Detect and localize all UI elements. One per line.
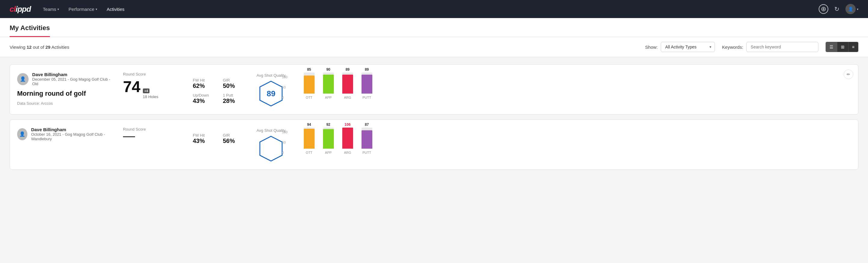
- gir-label: GIR: [223, 78, 247, 83]
- round-score-label: Round Score: [123, 72, 183, 77]
- bar-putt-bg: [362, 127, 372, 149]
- bar-putt-label: PUTT: [363, 151, 371, 154]
- round-score-row: 74 +4 18 Holes: [123, 79, 183, 99]
- list-detailed-button[interactable]: ≡: [848, 42, 858, 52]
- score-value: 74: [123, 79, 141, 94]
- bar-ott-value: 85: [307, 67, 311, 71]
- bar-putt-fill: [362, 130, 372, 149]
- logo[interactable]: clippd: [10, 4, 31, 14]
- updown-label: Up/Down: [193, 93, 217, 97]
- user-info: Dave Billingham October 16, 2021 - Gog M…: [31, 127, 114, 141]
- bar-ott-bg: [304, 127, 315, 149]
- y-axis: 100 50 0: [282, 75, 287, 99]
- activity-card: 👤 Dave Billingham October 16, 2021 - Gog…: [10, 119, 858, 170]
- oneputt-value: 28%: [223, 97, 247, 105]
- activity-type-select[interactable]: All Activity Types Round Practice: [661, 42, 715, 52]
- add-icon[interactable]: ⊕: [819, 4, 828, 14]
- avatar: 👤: [845, 4, 856, 14]
- avg-quality-label: Avg Shot Quality: [256, 128, 286, 133]
- round-score-label: Round Score: [123, 127, 183, 132]
- svg-marker-1: [260, 136, 282, 161]
- user-menu[interactable]: 👤 ▾: [845, 4, 858, 14]
- gir-value: 50%: [223, 83, 247, 89]
- score-placeholder: [123, 136, 135, 137]
- bar-chart-area: 100 50 0 85 OTT: [293, 75, 851, 105]
- user-date: October 16, 2021 - Gog Magog Golf Club -…: [31, 132, 114, 141]
- bar-arg-fill: [342, 127, 353, 149]
- bar-putt-value: 87: [365, 122, 369, 127]
- bar-app-label: APP: [325, 151, 332, 154]
- gir-stat: GIR 50%: [223, 78, 247, 89]
- updown-stat: Up/Down 43%: [193, 93, 217, 105]
- bar-ott-fill: [304, 129, 315, 149]
- nav-teams[interactable]: Teams ▾: [43, 5, 59, 13]
- bar-ott: 94 OTT: [304, 122, 315, 154]
- activity-card: ✏ 👤 Dave Billingham December 05, 2021 - …: [10, 64, 858, 115]
- bar-app: 90 APP: [323, 67, 334, 99]
- user-date: December 05, 2021 - Gog Magog Golf Club …: [32, 77, 114, 86]
- bar-arg-bg: [342, 72, 353, 94]
- avg-quality-label: Avg Shot Quality: [256, 73, 286, 78]
- nav-activities[interactable]: Activities: [107, 5, 125, 13]
- gir-value: 56%: [223, 138, 247, 144]
- bar-ott-label: OTT: [306, 151, 312, 154]
- card-left: 👤 Dave Billingham December 05, 2021 - Go…: [17, 72, 114, 106]
- mini-stats: FW Hit 62% GIR 50% Up/Down 43% 1 Putt 28…: [193, 72, 247, 105]
- score-holes: 18 Holes: [143, 94, 158, 99]
- bar-putt: 89 PUTT: [362, 67, 372, 99]
- search-input[interactable]: [746, 42, 818, 52]
- user-row: 👤 Dave Billingham December 05, 2021 - Go…: [17, 72, 114, 86]
- bar-chart-area: 100 50 0 94 OTT 92: [293, 130, 851, 160]
- hexagon-wrapper: [256, 135, 286, 162]
- user-name: Dave Billingham: [32, 72, 114, 77]
- activity-title: Morning round of golf: [17, 90, 114, 97]
- nav-performance[interactable]: Performance ▾: [69, 5, 97, 13]
- avg-shot-quality-section: Avg Shot Quality 100 50 0: [256, 127, 851, 162]
- bar-ott-value: 94: [307, 122, 311, 127]
- oneputt-stat: 1 Putt 28%: [223, 93, 247, 105]
- avatar: 👤: [17, 128, 27, 140]
- list-condensed-button[interactable]: ☰: [826, 42, 837, 52]
- y-axis: 100 50 0: [282, 130, 287, 154]
- bar-arg: 89 ARG: [342, 67, 353, 99]
- bar-app-label: APP: [325, 96, 332, 99]
- keywords-filter-group: Keywords:: [722, 42, 818, 52]
- user-name: Dave Billingham: [31, 127, 114, 132]
- activity-type-wrapper: All Activity Types Round Practice: [661, 42, 715, 52]
- bar-arg-bg: [342, 127, 353, 149]
- avg-quality-left: Avg Shot Quality: [256, 128, 286, 162]
- hexagon-svg: [257, 135, 284, 162]
- bar-app-bg: [323, 72, 334, 94]
- show-label: Show:: [645, 45, 658, 50]
- bar-putt-bg: [362, 72, 372, 94]
- hexagon-wrapper: 89: [256, 80, 286, 107]
- user-row: 👤 Dave Billingham October 16, 2021 - Gog…: [17, 127, 114, 141]
- keywords-label: Keywords:: [722, 45, 743, 50]
- bar-arg: 106 ARG: [342, 122, 353, 154]
- refresh-icon[interactable]: ↻: [834, 5, 839, 12]
- show-filter-group: Show: All Activity Types Round Practice: [645, 42, 715, 52]
- page-title: My Activities: [10, 18, 50, 37]
- fw-hit-value: 43%: [193, 138, 217, 144]
- bar-app-fill: [323, 129, 334, 148]
- bar-chart: 85 OTT 90 APP: [304, 75, 851, 105]
- bar-ott-label: OTT: [306, 96, 312, 99]
- performance-chevron-icon: ▾: [96, 7, 97, 11]
- bar-ott-bg: [304, 72, 315, 94]
- grid-view-button[interactable]: ⊞: [837, 42, 848, 52]
- fw-hit-value: 62%: [193, 83, 217, 89]
- avg-quality-left: Avg Shot Quality 89: [256, 73, 286, 107]
- bar-arg-value: 89: [346, 67, 349, 71]
- filters-bar: Viewing 12 out of 29 Activities Show: Al…: [0, 37, 868, 57]
- bar-arg-fill: [342, 75, 353, 93]
- avg-shot-quality-section: Avg Shot Quality 89 100 50 0: [256, 72, 851, 107]
- bar-app: 92 APP: [323, 122, 334, 154]
- score-badge: +4: [143, 88, 150, 93]
- bar-arg-label: ARG: [344, 96, 351, 99]
- card-left: 👤 Dave Billingham October 16, 2021 - Gog…: [17, 127, 114, 145]
- bar-putt-value: 89: [365, 67, 369, 71]
- data-source: Data Source: Arccos: [17, 101, 114, 106]
- bar-putt-fill: [362, 75, 372, 93]
- hexagon: 89: [257, 80, 284, 107]
- round-score-section: Round Score 74 +4 18 Holes: [123, 72, 183, 100]
